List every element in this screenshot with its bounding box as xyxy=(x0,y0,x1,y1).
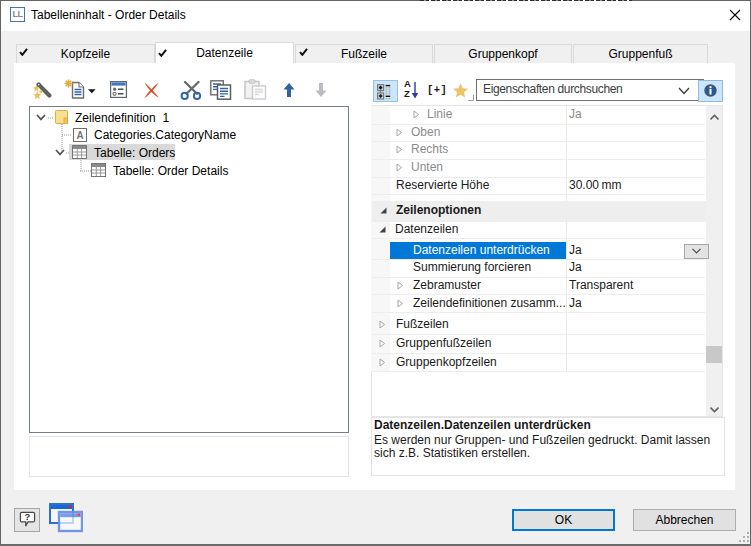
svg-text:?: ? xyxy=(25,511,31,522)
svg-text:A: A xyxy=(76,130,83,141)
